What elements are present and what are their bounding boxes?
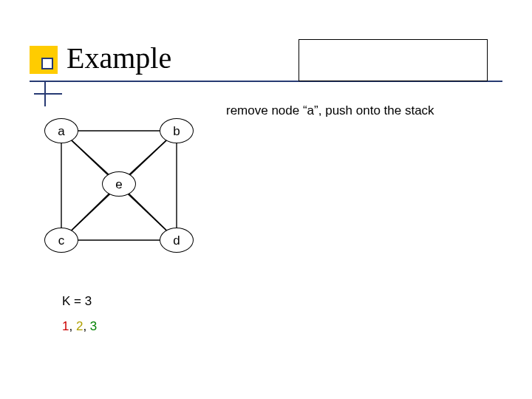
graph-edges <box>44 118 207 281</box>
color-3: 3 <box>90 319 97 333</box>
node-label: c <box>58 234 65 247</box>
slide: Example remove node “a”, push onto the s… <box>0 0 532 399</box>
node-e: e <box>102 171 136 197</box>
title-bullet-box-icon <box>41 58 53 69</box>
step-caption: remove node “a”, push onto the stack <box>226 103 434 118</box>
title-bullet-tick-h <box>34 93 62 95</box>
color-2: 2 <box>76 319 83 333</box>
title-bullet-tick-v <box>44 81 46 106</box>
node-label: e <box>115 178 122 191</box>
page-title: Example <box>66 41 171 75</box>
node-label: a <box>58 125 64 137</box>
color-legend: 1, 2, 3 <box>62 319 97 334</box>
sep: , <box>83 319 89 333</box>
graph: a b e c d <box>44 118 207 281</box>
sep: , <box>69 319 75 333</box>
node-b: b <box>160 118 194 143</box>
node-c: c <box>44 228 78 253</box>
stack-box <box>299 39 488 81</box>
node-d: d <box>160 228 194 253</box>
node-a: a <box>44 118 78 143</box>
node-label: d <box>173 234 180 247</box>
node-label: b <box>173 125 180 137</box>
k-label: K = 3 <box>62 294 92 309</box>
